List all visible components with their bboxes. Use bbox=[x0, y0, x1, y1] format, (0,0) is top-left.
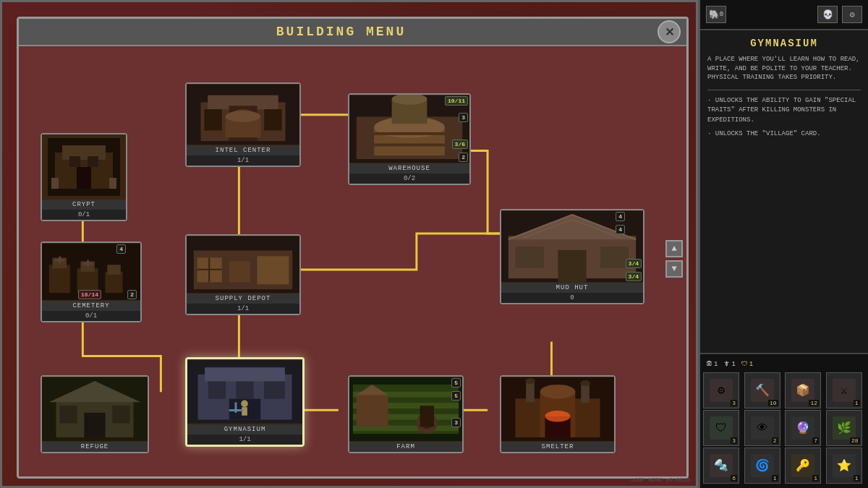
cemetery-label: CEMETERY bbox=[42, 301, 140, 311]
mudhut-label: MUD HUT bbox=[501, 283, 643, 293]
res-header-2: 🗡 1 bbox=[723, 360, 735, 368]
svg-rect-37 bbox=[229, 261, 250, 282]
panel-right-icons: 💀 ⚙️ bbox=[817, 6, 862, 23]
info-divider bbox=[707, 90, 861, 90]
refuge-card[interactable]: REFUGE bbox=[41, 375, 149, 453]
crypt-image bbox=[42, 134, 126, 200]
scroll-up[interactable]: ▲ bbox=[665, 240, 683, 257]
res-cell-5[interactable]: 👁 2 bbox=[744, 410, 780, 446]
res-icon-9: 🌀 bbox=[751, 454, 774, 477]
cemetery-card[interactable]: 4 18/14 2 CEMETERY 0/1 bbox=[41, 241, 142, 322]
res-cell-0[interactable]: ⚙ 3 bbox=[703, 372, 739, 408]
warehouse-image: 10/11 3 3/6 2 bbox=[349, 95, 469, 163]
farm-image: 5 5 3 bbox=[349, 377, 462, 442]
info-title: GYMNASIUM bbox=[707, 38, 861, 49]
farm-badge1: 5 bbox=[451, 378, 461, 388]
mudhut-badge1: 4 bbox=[616, 212, 625, 221]
res-cell-6[interactable]: 🔮 7 bbox=[785, 410, 821, 446]
res-cell-9[interactable]: 🌀 1 bbox=[744, 448, 780, 484]
res-icon-11: ⭐ bbox=[833, 454, 856, 477]
menu-content: CRYPT 0/1 bbox=[19, 46, 686, 471]
scroll-down[interactable]: ▼ bbox=[665, 260, 683, 278]
farm-badge3: 3 bbox=[451, 418, 461, 427]
svg-rect-9 bbox=[49, 265, 70, 293]
resource-bar: 🏚 1 🗡 1 🛡 1 ⚙ 3 🔨 bbox=[700, 353, 868, 488]
panel-header: 🐘 0 💀 ⚙️ bbox=[700, 0, 868, 30]
refuge-label: REFUGE bbox=[42, 442, 148, 452]
svg-rect-43 bbox=[205, 367, 285, 381]
smelter-card[interactable]: SMELTER bbox=[500, 375, 616, 453]
warehouse-status: 0/2 bbox=[349, 174, 469, 184]
supply-image bbox=[187, 236, 299, 294]
res-cell-1[interactable]: 🔨 10 bbox=[744, 372, 780, 408]
warehouse-badge3: 3/6 bbox=[452, 140, 468, 149]
settings-button[interactable]: ⚙️ bbox=[842, 6, 862, 23]
cemetery-badge3: 2 bbox=[127, 290, 137, 299]
svg-rect-7 bbox=[109, 178, 116, 189]
svg-rect-38 bbox=[258, 256, 289, 284]
res-cell-7[interactable]: 🌿 28 bbox=[826, 410, 862, 446]
res-cell-3[interactable]: ⚔ 1 bbox=[826, 372, 862, 408]
svg-rect-77 bbox=[600, 247, 629, 267]
mudhut-badge3: 3/4 bbox=[626, 259, 642, 268]
farm-label: FARM bbox=[349, 442, 462, 452]
version-label: LOOP HERO v0.0523 bbox=[631, 476, 690, 483]
gymnasium-label: GYMNASIUM bbox=[187, 424, 302, 435]
close-button[interactable]: ✕ bbox=[658, 20, 681, 43]
svg-point-90 bbox=[525, 378, 535, 384]
res-count-3: 1 bbox=[854, 400, 860, 406]
gymnasium-status: 1/1 bbox=[187, 435, 302, 445]
svg-rect-30 bbox=[264, 109, 281, 130]
svg-rect-76 bbox=[516, 247, 544, 267]
supply-card[interactable]: SUPPLY DEPOT 1/1 bbox=[185, 234, 301, 315]
svg-rect-89 bbox=[581, 383, 590, 403]
farm-card[interactable]: 5 5 3 FARM bbox=[348, 375, 464, 453]
cemetery-status: 0/1 bbox=[42, 311, 140, 321]
res-count-1: 10 bbox=[768, 400, 778, 406]
supply-status: 1/1 bbox=[187, 304, 299, 314]
svg-rect-5 bbox=[88, 156, 98, 167]
svg-point-48 bbox=[241, 401, 248, 408]
crypt-card[interactable]: CRYPT 0/1 bbox=[41, 133, 127, 221]
svg-rect-58 bbox=[374, 144, 445, 147]
res-icon-3: ⚔ bbox=[833, 379, 856, 402]
res-cell-11[interactable]: ⭐ 1 bbox=[826, 448, 862, 484]
res-count-0: 3 bbox=[731, 400, 737, 406]
elephant-icon-btn[interactable]: 🐘 0 bbox=[706, 6, 726, 23]
res-count-7: 28 bbox=[850, 437, 860, 444]
warehouse-label: WAREHOUSE bbox=[349, 163, 469, 174]
svg-rect-2 bbox=[62, 145, 106, 160]
svg-rect-18 bbox=[87, 260, 89, 267]
menu-header: BUILDING MENU ✕ bbox=[19, 19, 686, 46]
menu-title: BUILDING MENU bbox=[276, 25, 406, 39]
cemetery-badge1: 4 bbox=[116, 244, 126, 254]
mudhut-image: 4 4 3/4 3/4 bbox=[501, 210, 643, 283]
mudhut-status: 0 bbox=[501, 293, 643, 303]
intel-card[interactable]: INTEL CENTER 1/1 bbox=[185, 82, 301, 167]
svg-rect-45 bbox=[236, 382, 253, 399]
farm-badge2: 5 bbox=[451, 391, 461, 401]
crypt-label: CRYPT bbox=[42, 200, 126, 210]
res-cell-4[interactable]: 🛡 3 bbox=[703, 410, 739, 446]
res-icon-10: 🔑 bbox=[791, 454, 814, 477]
intel-status: 1/1 bbox=[187, 155, 299, 166]
smelter-label: SMELTER bbox=[501, 442, 614, 452]
svg-point-91 bbox=[580, 380, 590, 386]
sword-icon: 🗡 bbox=[723, 360, 730, 368]
res-cell-10[interactable]: 🔑 1 bbox=[785, 448, 821, 484]
cemetery-image: 4 18/14 2 bbox=[42, 243, 140, 301]
intel-image bbox=[187, 84, 299, 145]
house-icon: 🏚 bbox=[706, 360, 712, 368]
gymnasium-card[interactable]: GYMNASIUM 1/1 bbox=[185, 357, 305, 447]
res-cell-2[interactable]: 📦 12 bbox=[785, 372, 821, 408]
svg-rect-46 bbox=[264, 382, 285, 399]
mudhut-card[interactable]: 4 4 3/4 3/4 MUD HUT 0 bbox=[500, 209, 644, 304]
skull-icon-btn[interactable]: 💀 bbox=[817, 6, 838, 23]
building-menu: BUILDING MENU ✕ bbox=[17, 17, 689, 479]
warehouse-card[interactable]: 10/11 3 3/6 2 WAREHOUSE 0/2 bbox=[348, 93, 471, 185]
res-cell-8[interactable]: 🔩 6 bbox=[703, 448, 739, 484]
res-header-1: 🏚 1 bbox=[706, 360, 718, 368]
res-count-2: 12 bbox=[809, 400, 819, 406]
warehouse-badge4: 2 bbox=[459, 153, 468, 162]
res-icon-1: 🔨 bbox=[751, 379, 774, 402]
